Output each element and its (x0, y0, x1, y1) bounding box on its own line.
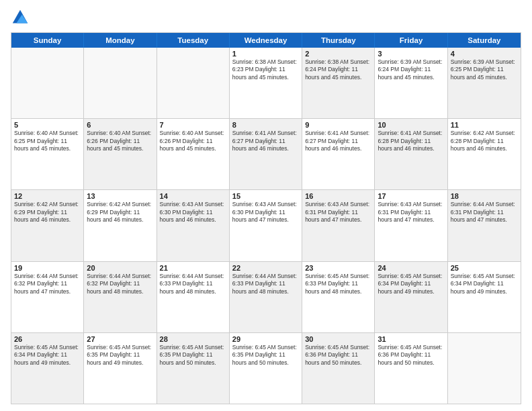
cell-day-number: 23 (305, 264, 371, 272)
cell-day-number: 5 (14, 121, 81, 129)
cell-info: Sunrise: 6:40 AM Sunset: 6:26 PM Dayligh… (160, 130, 226, 152)
cell-day-number: 25 (451, 264, 518, 272)
cal-cell: 26Sunrise: 6:45 AM Sunset: 6:34 PM Dayli… (11, 333, 84, 404)
day-header-friday: Friday (375, 33, 447, 48)
cell-day-number: 7 (160, 121, 226, 129)
cell-info: Sunrise: 6:41 AM Sunset: 6:27 PM Dayligh… (232, 130, 299, 152)
cell-day-number: 18 (451, 192, 518, 200)
cell-day-number: 15 (232, 192, 299, 200)
header (11, 8, 521, 27)
calendar-body: 1Sunrise: 6:38 AM Sunset: 6:23 PM Daylig… (11, 48, 521, 404)
cell-day-number: 12 (14, 192, 81, 200)
cal-cell: 3Sunrise: 6:39 AM Sunset: 6:24 PM Daylig… (375, 48, 447, 118)
cell-info: Sunrise: 6:45 AM Sunset: 6:34 PM Dayligh… (378, 273, 444, 295)
cell-info: Sunrise: 6:45 AM Sunset: 6:36 PM Dayligh… (378, 344, 444, 367)
week-row-0: 1Sunrise: 6:38 AM Sunset: 6:23 PM Daylig… (11, 48, 521, 118)
cal-cell: 11Sunrise: 6:42 AM Sunset: 6:28 PM Dayli… (448, 119, 521, 189)
calendar-header: SundayMondayTuesdayWednesdayThursdayFrid… (11, 33, 521, 48)
cal-cell: 9Sunrise: 6:41 AM Sunset: 6:27 PM Daylig… (302, 119, 375, 189)
week-row-4: 26Sunrise: 6:45 AM Sunset: 6:34 PM Dayli… (11, 332, 521, 404)
cell-info: Sunrise: 6:45 AM Sunset: 6:34 PM Dayligh… (451, 273, 518, 295)
week-row-2: 12Sunrise: 6:42 AM Sunset: 6:29 PM Dayli… (11, 189, 521, 261)
cell-day-number: 6 (87, 121, 153, 129)
cal-cell: 23Sunrise: 6:45 AM Sunset: 6:33 PM Dayli… (302, 262, 375, 332)
cal-cell: 18Sunrise: 6:44 AM Sunset: 6:31 PM Dayli… (448, 190, 521, 261)
cell-day-number: 19 (14, 264, 81, 272)
logo (11, 8, 32, 27)
cell-info: Sunrise: 6:44 AM Sunset: 6:31 PM Dayligh… (451, 201, 518, 224)
cell-info: Sunrise: 6:45 AM Sunset: 6:35 PM Dayligh… (232, 344, 299, 367)
cal-cell: 19Sunrise: 6:44 AM Sunset: 6:32 PM Dayli… (11, 262, 84, 332)
cal-cell: 10Sunrise: 6:41 AM Sunset: 6:28 PM Dayli… (375, 119, 447, 189)
cell-info: Sunrise: 6:44 AM Sunset: 6:33 PM Dayligh… (160, 273, 226, 295)
cell-info: Sunrise: 6:43 AM Sunset: 6:30 PM Dayligh… (232, 201, 299, 224)
day-header-wednesday: Wednesday (230, 33, 302, 48)
cal-cell: 17Sunrise: 6:43 AM Sunset: 6:31 PM Dayli… (375, 190, 447, 261)
week-row-1: 5Sunrise: 6:40 AM Sunset: 6:25 PM Daylig… (11, 118, 521, 189)
cal-cell: 31Sunrise: 6:45 AM Sunset: 6:36 PM Dayli… (375, 333, 447, 404)
day-header-saturday: Saturday (448, 33, 521, 48)
cell-info: Sunrise: 6:44 AM Sunset: 6:32 PM Dayligh… (14, 273, 81, 295)
cal-cell: 7Sunrise: 6:40 AM Sunset: 6:26 PM Daylig… (157, 119, 230, 189)
cal-cell: 25Sunrise: 6:45 AM Sunset: 6:34 PM Dayli… (448, 262, 521, 332)
cal-cell: 6Sunrise: 6:40 AM Sunset: 6:26 PM Daylig… (84, 119, 157, 189)
cell-info: Sunrise: 6:39 AM Sunset: 6:25 PM Dayligh… (451, 58, 518, 81)
day-header-thursday: Thursday (302, 33, 375, 48)
cell-day-number: 9 (305, 121, 371, 129)
cell-day-number: 14 (160, 192, 226, 200)
cell-info: Sunrise: 6:40 AM Sunset: 6:25 PM Dayligh… (14, 130, 81, 152)
cell-day-number: 29 (232, 335, 299, 343)
cell-info: Sunrise: 6:43 AM Sunset: 6:30 PM Dayligh… (160, 201, 226, 224)
cell-info: Sunrise: 6:45 AM Sunset: 6:34 PM Dayligh… (14, 344, 81, 367)
cell-info: Sunrise: 6:45 AM Sunset: 6:33 PM Dayligh… (305, 273, 371, 295)
cell-info: Sunrise: 6:42 AM Sunset: 6:29 PM Dayligh… (87, 201, 153, 224)
cell-info: Sunrise: 6:45 AM Sunset: 6:35 PM Dayligh… (87, 344, 153, 367)
cell-day-number: 28 (160, 335, 226, 343)
cal-cell: 4Sunrise: 6:39 AM Sunset: 6:25 PM Daylig… (448, 48, 521, 118)
cell-info: Sunrise: 6:45 AM Sunset: 6:36 PM Dayligh… (305, 344, 371, 367)
cell-day-number: 20 (87, 264, 153, 272)
cell-info: Sunrise: 6:44 AM Sunset: 6:32 PM Dayligh… (87, 273, 153, 295)
cell-info: Sunrise: 6:39 AM Sunset: 6:24 PM Dayligh… (378, 58, 444, 81)
cal-cell: 16Sunrise: 6:43 AM Sunset: 6:31 PM Dayli… (302, 190, 375, 261)
cell-day-number: 1 (232, 50, 299, 58)
cal-cell (11, 48, 84, 118)
cal-cell: 14Sunrise: 6:43 AM Sunset: 6:30 PM Dayli… (157, 190, 230, 261)
cell-info: Sunrise: 6:38 AM Sunset: 6:24 PM Dayligh… (305, 58, 371, 81)
page: SundayMondayTuesdayWednesdayThursdayFrid… (0, 0, 532, 411)
cal-cell: 20Sunrise: 6:44 AM Sunset: 6:32 PM Dayli… (84, 262, 157, 332)
cell-day-number: 3 (378, 50, 444, 58)
cal-cell: 12Sunrise: 6:42 AM Sunset: 6:29 PM Dayli… (11, 190, 84, 261)
cal-cell: 15Sunrise: 6:43 AM Sunset: 6:30 PM Dayli… (230, 190, 302, 261)
cell-day-number: 31 (378, 335, 444, 343)
cal-cell: 29Sunrise: 6:45 AM Sunset: 6:35 PM Dayli… (230, 333, 302, 404)
cal-cell: 30Sunrise: 6:45 AM Sunset: 6:36 PM Dayli… (302, 333, 375, 404)
cell-day-number: 16 (305, 192, 371, 200)
cell-info: Sunrise: 6:42 AM Sunset: 6:28 PM Dayligh… (451, 130, 518, 152)
cal-cell (157, 48, 230, 118)
cal-cell: 13Sunrise: 6:42 AM Sunset: 6:29 PM Dayli… (84, 190, 157, 261)
cell-info: Sunrise: 6:41 AM Sunset: 6:28 PM Dayligh… (378, 130, 444, 152)
cell-day-number: 2 (305, 50, 371, 58)
cell-day-number: 8 (232, 121, 299, 129)
cell-info: Sunrise: 6:41 AM Sunset: 6:27 PM Dayligh… (305, 130, 371, 152)
cell-day-number: 22 (232, 264, 299, 272)
cell-day-number: 10 (378, 121, 444, 129)
cal-cell: 5Sunrise: 6:40 AM Sunset: 6:25 PM Daylig… (11, 119, 84, 189)
day-header-sunday: Sunday (11, 33, 84, 48)
cell-info: Sunrise: 6:43 AM Sunset: 6:31 PM Dayligh… (378, 201, 444, 224)
cal-cell: 27Sunrise: 6:45 AM Sunset: 6:35 PM Dayli… (84, 333, 157, 404)
cell-day-number: 4 (451, 50, 518, 58)
cell-info: Sunrise: 6:42 AM Sunset: 6:29 PM Dayligh… (14, 201, 81, 224)
cell-day-number: 24 (378, 264, 444, 272)
logo-icon (11, 8, 30, 27)
cell-day-number: 21 (160, 264, 226, 272)
cell-info: Sunrise: 6:38 AM Sunset: 6:23 PM Dayligh… (232, 58, 299, 81)
cell-info: Sunrise: 6:40 AM Sunset: 6:26 PM Dayligh… (87, 130, 153, 152)
cell-day-number: 27 (87, 335, 153, 343)
cal-cell: 8Sunrise: 6:41 AM Sunset: 6:27 PM Daylig… (230, 119, 302, 189)
cell-info: Sunrise: 6:43 AM Sunset: 6:31 PM Dayligh… (305, 201, 371, 224)
cal-cell (84, 48, 157, 118)
cal-cell (448, 333, 521, 404)
cell-day-number: 17 (378, 192, 444, 200)
